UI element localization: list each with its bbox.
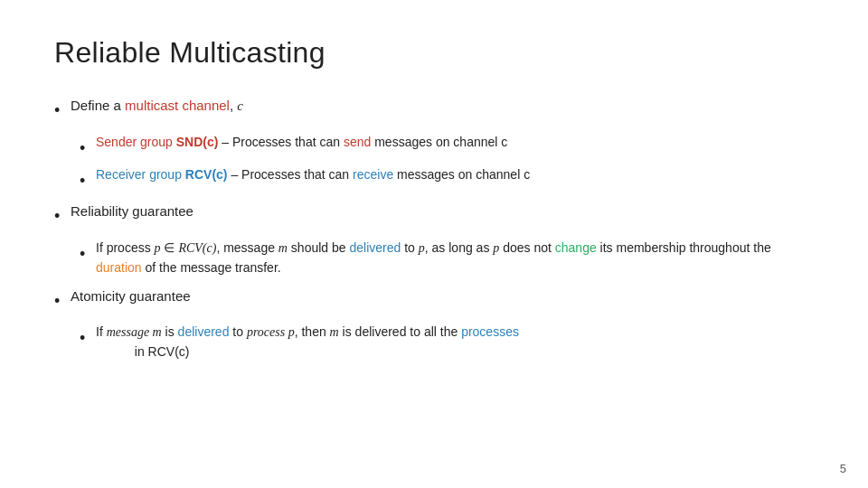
bullet-sender-group: • Sender group SND(c) – Processes that c… [80, 133, 814, 162]
bullet-dot-3: • [54, 288, 71, 314]
text-p-italic: p [419, 241, 425, 255]
text-rcvc: RCV(c) [185, 167, 228, 182]
bullet-dot-1-1: • [80, 136, 96, 162]
bullet-dot-3-1: • [80, 325, 96, 352]
text-rcvc-math: RCV [178, 241, 202, 255]
text-processes: processes [461, 324, 519, 339]
bullet-receiver-group: • Receiver group RCV(c) – Processes that… [80, 165, 814, 194]
text-multicast-channel: multicast channel [125, 98, 230, 113]
text-c: c [237, 99, 243, 113]
bullet-reliability: • Reliability guarantee [54, 201, 814, 230]
text-receive: receive [353, 167, 393, 182]
section-atomicity: • Atomicity guarantee • If message m is … [54, 286, 814, 362]
slide-title: Reliable Multicasting [54, 36, 814, 70]
text-duration: duration [96, 260, 142, 275]
section-define-channel: • Define a multicast channel, c • Sender… [54, 95, 814, 193]
bullet-reliability-detail: • If process p ∈ RCV(c), message m shoul… [80, 239, 814, 277]
bullet-define-channel: • Define a multicast channel, c [54, 95, 814, 124]
slide-content: • Define a multicast channel, c • Sender… [54, 95, 814, 362]
bullet-atomicity: • Atomicity guarantee [54, 286, 814, 314]
text-change: change [555, 240, 597, 255]
bullet-dot-2-1: • [80, 241, 96, 267]
text-delivered-1: delivered [349, 240, 401, 255]
bullet-atomicity-detail: • If message m is delivered to process p… [80, 323, 814, 361]
text-message-m: message m [107, 325, 162, 339]
bullet-dot-2: • [54, 203, 71, 230]
page-number: 5 [840, 462, 846, 475]
bullet-reliability-detail-text: If process p ∈ RCV(c), message m should … [96, 239, 814, 277]
text-m-italic: m [278, 241, 288, 255]
text-p-italic-2: p [493, 241, 499, 255]
text-process-p: process p [247, 325, 295, 339]
section-reliability: • Reliability guarantee • If process p ∈… [54, 201, 814, 277]
bullet-receiver-group-text: Receiver group RCV(c) – Processes that c… [96, 165, 814, 185]
bullet-define-channel-text: Define a multicast channel, c [71, 95, 814, 117]
bullet-sender-group-text: Sender group SND(c) – Processes that can… [96, 133, 814, 153]
text-sndc: SND(c) [176, 135, 219, 149]
bullet-reliability-text: Reliability guarantee [71, 201, 814, 222]
text-send: send [344, 135, 371, 149]
text-sender-group-label: Sender group [96, 135, 173, 149]
bullet-atomicity-text: Atomicity guarantee [71, 286, 814, 307]
text-m-italic-2: m [330, 325, 339, 339]
bullet-atomicity-detail-text: If message m is delivered to process p, … [96, 323, 814, 361]
slide: Reliable Multicasting • Define a multica… [0, 0, 868, 488]
bullet-dot-1: • [54, 98, 71, 124]
bullet-dot-1-2: • [80, 168, 96, 194]
text-receiver-group-label: Receiver group [96, 167, 182, 182]
text-delivered-2: delivered [178, 324, 230, 339]
text-p-rcvc: p [155, 241, 161, 255]
